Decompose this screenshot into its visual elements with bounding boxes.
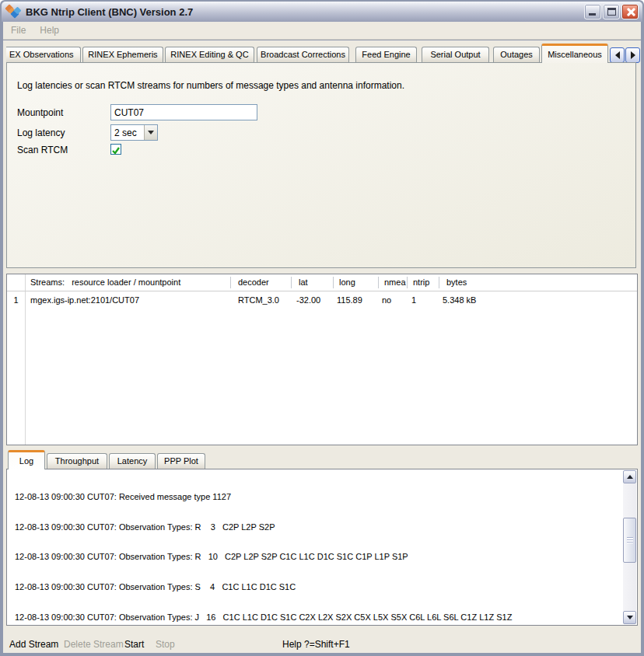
cell-long: 115.89 [337, 295, 362, 305]
tab-scroll-left-icon [611, 51, 620, 59]
checkmark-icon [111, 146, 121, 155]
log-scrollbar[interactable] [623, 470, 636, 624]
log-latency-select[interactable]: 2 sec [110, 124, 158, 141]
menu-help[interactable]: Help [33, 23, 65, 38]
minimize-button[interactable] [584, 4, 601, 19]
chevron-down-icon [148, 131, 154, 138]
app-icon [5, 5, 21, 19]
scrollbar-grip-icon [627, 537, 633, 543]
log-latency-label: Log latency [17, 127, 65, 138]
tab-throughput[interactable]: Throughput [47, 453, 107, 469]
tab-scroll-right-button[interactable] [625, 47, 640, 63]
scrollbar-up-button[interactable] [623, 470, 636, 483]
tab-feed-engine[interactable]: Feed Engine [355, 47, 417, 62]
close-button[interactable] [621, 4, 639, 19]
header-long: long [339, 277, 355, 287]
window-title: BKG Ntrip Client (BNC) Version 2.7 [26, 6, 193, 18]
scrollbar-down-icon [627, 616, 633, 623]
help-button[interactable]: Help ?=Shift+F1 [282, 639, 350, 650]
scrollbar-down-button[interactable] [623, 611, 636, 624]
add-stream-button[interactable]: Add Stream [9, 639, 58, 650]
app-window: BKG Ntrip Client (BNC) Version 2.7 File … [0, 0, 644, 656]
log-line: 12-08-13 09:00:30 CUT07: Observation Typ… [15, 522, 621, 532]
tab-miscellaneous[interactable]: Miscellaneous [541, 44, 608, 63]
tab-rinex-editing-qc[interactable]: RINEX Editing & QC [165, 47, 254, 62]
log-line: 12-08-13 09:00:30 CUT07: Received messag… [15, 492, 621, 502]
tab-ppp-plot[interactable]: PPP Plot [157, 453, 205, 469]
maximize-icon [607, 8, 616, 16]
column-divider [230, 277, 231, 288]
cell-decoder: RTCM_3.0 [238, 295, 279, 305]
column-divider [407, 277, 408, 288]
column-divider [439, 277, 439, 288]
tab-log[interactable]: Log [8, 450, 45, 469]
tab-broadcast-corrections[interactable]: Broadcast Corrections [257, 47, 349, 62]
menu-file[interactable]: File [5, 23, 32, 38]
maximize-button[interactable] [603, 4, 620, 19]
column-divider [333, 277, 334, 288]
tab-rinex-ephemeris[interactable]: RINEX Ephemeris [82, 47, 163, 62]
cell-nmea: no [382, 295, 391, 305]
log-line: 12-08-13 09:00:30 CUT07: Observation Typ… [15, 612, 621, 623]
cell-resource: mgex.igs-ip.net:2101/CUT07 [30, 295, 139, 305]
close-icon [625, 7, 635, 17]
tab-rinex-observations[interactable]: EX Observations [6, 47, 81, 62]
scrollbar-up-icon [627, 472, 633, 479]
delete-stream-button[interactable]: Delete Stream [64, 639, 124, 650]
panel-description: Log latencies or scan RTCM streams for n… [17, 80, 404, 91]
header-nmea: nmea [384, 277, 406, 287]
log-output: 12-08-13 09:00:30 CUT07: Received messag… [6, 469, 638, 626]
combo-dropdown-button[interactable] [144, 125, 157, 140]
minimize-icon [589, 13, 596, 16]
header-ntrip: ntrip [413, 277, 429, 287]
header-bytes: bytes [446, 277, 467, 287]
title-bar[interactable]: BKG Ntrip Client (BNC) Version 2.7 [2, 2, 642, 22]
miscellaneous-panel: Log latencies or scan RTCM streams for n… [6, 62, 636, 268]
row-number: 1 [7, 295, 25, 305]
tab-scroll-left-button[interactable] [610, 47, 625, 63]
start-button[interactable]: Start [124, 639, 144, 650]
table-divider [25, 274, 26, 445]
column-divider [291, 277, 292, 288]
main-content: EX Observations RINEX Ephemeris RINEX Ed… [3, 40, 641, 653]
header-decoder: decoder [238, 277, 269, 287]
window-controls [584, 4, 639, 19]
tab-latency[interactable]: Latency [109, 453, 156, 469]
mountpoint-input[interactable] [110, 104, 257, 120]
log-lines: 12-08-13 09:00:30 CUT07: Received messag… [15, 472, 621, 623]
scan-rtcm-checkbox[interactable] [110, 144, 121, 155]
table-header-divider [7, 291, 637, 291]
header-streams: Streams: resource loader / mountpoint [30, 277, 180, 287]
cell-ntrip: 1 [411, 295, 416, 305]
scan-rtcm-label: Scan RTCM [17, 145, 68, 155]
menu-bar: File Help [3, 22, 641, 40]
tab-serial-output[interactable]: Serial Output [422, 47, 489, 62]
scrollbar-thumb[interactable] [623, 518, 636, 563]
streams-table: Streams: resource loader / mountpoint de… [6, 274, 638, 445]
cell-lat: -32.00 [296, 295, 320, 305]
log-line: 12-08-13 09:00:30 CUT07: Observation Typ… [15, 552, 621, 562]
tab-outages[interactable]: Outages [493, 47, 540, 62]
mountpoint-label: Mountpoint [17, 107, 63, 118]
header-lat: lat [299, 277, 308, 287]
cell-bytes: 5.348 kB [443, 295, 476, 305]
log-line: 12-08-13 09:00:30 CUT07: Observation Typ… [15, 582, 621, 592]
tab-scroll-right-icon [631, 51, 639, 59]
log-latency-value: 2 sec [114, 127, 137, 138]
stop-button[interactable]: Stop [156, 639, 175, 650]
column-divider [378, 277, 379, 288]
